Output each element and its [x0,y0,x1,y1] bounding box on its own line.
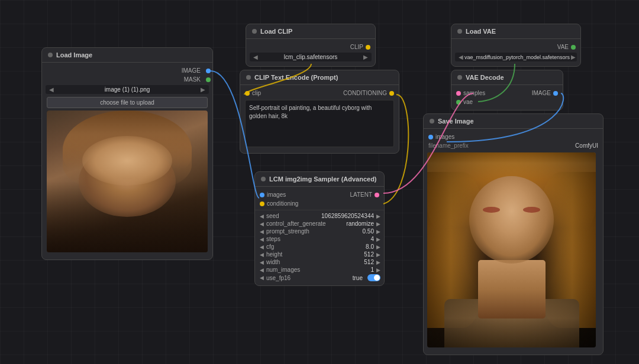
save-images-in-port[interactable] [428,135,433,139]
samples-in-port[interactable] [456,91,461,96]
clip-out-label: CLIP [350,44,363,50]
image-out-label2: IMAGE [532,90,551,96]
vae-right-arrow[interactable]: ▶ [570,54,577,60]
samples-port-row: samples IMAGE [451,89,563,98]
ctrl-prompt-strength: ◀ prompt_strength 0.50 ▶ [255,228,384,235]
height-left-arrow[interactable]: ◀ [259,252,265,258]
clip-in-label: clip [252,90,261,96]
image-out-label: IMAGE [182,67,201,74]
node-vae-decode-header: VAE Decode [451,70,563,85]
ctrl-use-fp16: ◀ use_fp16 true [255,274,384,282]
node-lcm-sampler: LCM img2img Sampler (Advanced) images LA… [254,171,385,286]
ni-label: num_images [265,266,370,273]
image-widget-row[interactable]: ◀ image (1) (1).png ▶ [46,85,209,94]
image-widget-value: image (1) (1).png [55,86,199,93]
image-left-arrow[interactable]: ◀ [48,86,55,93]
ps-right-arrow[interactable]: ▶ [376,229,380,235]
lcm-conditioning-in-port[interactable] [260,202,264,206]
width-left-arrow[interactable]: ◀ [259,259,265,265]
prompt-textarea[interactable]: Self-portrait oil painting, a beautiful … [245,100,394,147]
node-vae-decode: VAE Decode samples IMAGE vae [451,70,563,110]
lcm-images-in-port[interactable] [260,193,264,197]
clip-text-ports: clip CONDITIONING [240,89,399,98]
node-load-clip-title: Load CLIP [260,28,292,35]
node-dot [252,29,257,34]
ni-right-arrow[interactable]: ▶ [376,267,380,273]
node-vae-decode-body: samples IMAGE vae [451,85,563,110]
fp16-left-arrow[interactable]: ◀ [259,275,265,281]
height-label: height [265,251,364,258]
save-image-portrait [427,152,596,347]
ctrl-width: ◀ width 512 ▶ [255,258,384,266]
filename-prefix-row: filename_prefix ComfyUI [424,141,603,150]
cag-right-arrow[interactable]: ▶ [376,221,380,227]
mask-out-label: MASK [184,76,201,83]
ps-value: 0.50 [363,228,374,235]
ctrl-steps: ◀ steps 4 ▶ [255,235,384,243]
cfg-right-arrow[interactable]: ▶ [376,244,380,250]
cfg-value: 8.0 [366,243,374,250]
node-lcm-title: LCM img2img Sampler (Advanced) [269,176,377,183]
fp16-toggle[interactable] [367,274,380,281]
ctrl-num-images: ◀ num_images 1 ▶ [255,266,384,274]
vae-name-widget[interactable]: ◀ vae_msdiffusion_pytorch_model.safetens… [455,53,577,61]
node-save-image-title: Save Image [438,118,474,125]
clip-left-arrow[interactable]: ◀ [252,54,259,60]
clip-in-port[interactable] [245,91,250,96]
vae-left-arrow[interactable]: ◀ [457,54,464,60]
load-image-preview [47,110,208,252]
clip-right-arrow[interactable]: ▶ [362,54,369,60]
lcm-latent-out-label: LATENT [350,191,372,198]
node-load-image: Load Image IMAGE MASK ◀ image (1) (1).pn… [41,47,213,260]
clip-name-widget[interactable]: ◀ lcm_clip.safetensors ▶ [250,53,372,61]
filename-prefix-label: filename_prefix [428,142,575,149]
image-right-arrow[interactable]: ▶ [199,86,206,93]
width-label: width [265,259,364,265]
node-clip-text-header: CLIP Text Encode (Prompt) [240,70,399,85]
choose-file-button[interactable]: choose file to upload [47,97,208,108]
node-load-clip-body: CLIP ◀ lcm_clip.safetensors ▶ [246,39,375,66]
image-out-port2[interactable] [553,91,558,96]
vae-in-port[interactable] [456,100,461,105]
steps-right-arrow[interactable]: ▶ [376,236,380,242]
node-load-image-title: Load Image [56,51,92,58]
mask-out-port[interactable] [206,77,211,82]
steps-label: steps [265,236,370,242]
height-right-arrow[interactable]: ▶ [376,252,380,258]
ps-left-arrow[interactable]: ◀ [259,229,265,235]
clip-out-port[interactable] [366,45,370,50]
lcm-latent-out-port[interactable] [375,193,379,197]
node-dot [48,53,53,57]
vae-port-row: vae [451,98,563,106]
cfg-left-arrow[interactable]: ◀ [259,244,265,250]
steps-left-arrow[interactable]: ◀ [259,236,265,242]
vae-out-port[interactable] [571,45,576,50]
image-out-port[interactable] [206,69,211,73]
node-save-image-header: Save Image [424,114,603,129]
samples-in-label: samples [463,90,485,96]
node-load-image-header: Load Image [42,48,212,63]
node-save-image: Save Image images filename_prefix ComfyU… [423,113,604,355]
width-right-arrow[interactable]: ▶ [376,259,380,265]
node-load-clip: Load CLIP CLIP ◀ lcm_clip.safetensors ▶ [246,24,376,67]
clip-out-row: CLIP [246,43,375,51]
image-port-row: IMAGE [42,66,212,75]
save-images-row: images [424,132,603,141]
ni-left-arrow[interactable]: ◀ [259,267,265,273]
node-lcm-header: LCM img2img Sampler (Advanced) [255,172,384,187]
seed-value: 1062859620524344 [321,213,374,219]
node-dot [261,177,266,181]
vae-in-label: vae [463,99,473,105]
ctrl-control-after-generate: ◀ control_after_generate randomize ▶ [255,220,384,228]
node-vae-decode-title: VAE Decode [466,74,504,81]
seed-left-arrow[interactable]: ◀ [259,213,265,219]
node-lcm-body: images LATENT conditioning ◀ seed 106285… [255,187,384,285]
ps-label: prompt_strength [265,228,363,235]
node-load-vae-title: Load VAE [466,28,496,35]
seed-right-arrow[interactable]: ▶ [376,213,380,219]
node-clip-text-encode: CLIP Text Encode (Prompt) clip CONDITION… [240,70,399,154]
lcm-conditioning-row: conditioning [255,199,384,208]
cag-left-arrow[interactable]: ◀ [259,221,265,227]
conditioning-out-port[interactable] [389,91,394,96]
vae-out-row: VAE [451,43,580,51]
